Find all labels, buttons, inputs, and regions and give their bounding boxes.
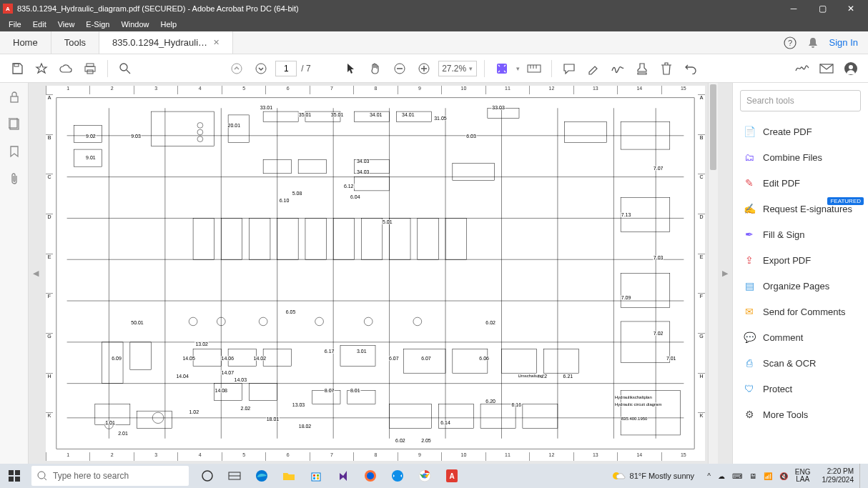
bookmark-icon[interactable]: [7, 144, 21, 159]
attachment-icon[interactable]: [7, 171, 21, 186]
page-input[interactable]: [275, 61, 297, 76]
tool-send-for-comments[interactable]: ✉Send for Comments: [733, 299, 868, 324]
thumbnails-icon[interactable]: [7, 117, 21, 131]
close-button[interactable]: ✕: [837, 0, 865, 17]
help-icon[interactable]: ?: [784, 36, 797, 49]
fit-page-icon[interactable]: [492, 59, 512, 79]
ruler-icon[interactable]: [524, 59, 544, 79]
menu-help[interactable]: Help: [155, 20, 183, 29]
svg-rect-73: [621, 274, 670, 308]
menu-file[interactable]: File: [3, 20, 27, 29]
tab-home[interactable]: Home: [0, 31, 51, 54]
menu-window[interactable]: Window: [115, 20, 154, 29]
tool-request-e-signatures[interactable]: ✍Request E-signaturesFEATURED: [733, 196, 868, 221]
svg-rect-84: [543, 349, 578, 373]
app-store[interactable]: [303, 464, 329, 488]
tool-organize-pages[interactable]: ▤Organize Pages: [733, 273, 868, 299]
pointer-icon[interactable]: [341, 59, 361, 79]
show-desktop-button[interactable]: [859, 464, 868, 488]
menu-view[interactable]: View: [52, 20, 81, 29]
app-firefox[interactable]: [357, 464, 383, 488]
stamp-icon[interactable]: [632, 59, 652, 79]
minimize-button[interactable]: ─: [779, 0, 808, 17]
sign-icon[interactable]: [608, 59, 628, 79]
tray-wifi-icon[interactable]: 📶: [764, 472, 772, 480]
taskbar-search[interactable]: Type here to search: [31, 466, 189, 486]
tab-document-label: 835.0.1294_Hydrauli…: [112, 37, 207, 48]
tray-keyboard-icon[interactable]: ⌨: [732, 472, 742, 480]
star-icon[interactable]: [31, 59, 51, 79]
page-down-icon[interactable]: [251, 59, 271, 79]
tab-tools[interactable]: Tools: [51, 31, 99, 54]
app-edge[interactable]: [249, 464, 275, 488]
tab-document[interactable]: 835.0.1294_Hydrauli… ✕: [99, 31, 233, 54]
right-tools-panel: Search tools 📄Create PDF🗂Combine Files✎E…: [732, 83, 868, 464]
tool-icon: ⇪: [743, 254, 756, 267]
weather-widget[interactable]: 81°F Mostly sunny: [604, 469, 702, 483]
search-tools-input[interactable]: Search tools: [740, 90, 861, 111]
lock-icon[interactable]: [7, 90, 21, 104]
bell-icon[interactable]: [807, 36, 819, 49]
profile-icon[interactable]: [841, 59, 861, 79]
next-page-arrow[interactable]: ▶: [718, 83, 732, 464]
app-cortana[interactable]: [194, 464, 220, 488]
vertical-scrollbar[interactable]: [708, 83, 718, 464]
taskbar-clock[interactable]: 2:20 PM 1/29/2024: [817, 467, 860, 484]
tool-export-pdf[interactable]: ⇪Export PDF: [733, 247, 868, 273]
find-icon[interactable]: [115, 59, 135, 79]
menu-esign[interactable]: E-Sign: [80, 20, 115, 29]
highlight-icon[interactable]: [583, 59, 603, 79]
tab-close-icon[interactable]: ✕: [213, 38, 220, 47]
maximize-button[interactable]: ▢: [808, 0, 837, 17]
cloud-icon[interactable]: [56, 59, 76, 79]
document-page[interactable]: 123456789101112131415 123456789101112131…: [46, 86, 705, 461]
menu-edit[interactable]: Edit: [27, 20, 52, 29]
chevron-down-icon[interactable]: ▾: [516, 65, 520, 72]
trash-icon[interactable]: [656, 59, 676, 79]
start-button[interactable]: [0, 464, 29, 488]
tool-combine-files[interactable]: 🗂Combine Files: [733, 144, 868, 170]
app-vs[interactable]: [330, 464, 356, 488]
prev-page-arrow[interactable]: ◀: [29, 83, 43, 464]
svg-point-6: [120, 64, 127, 71]
hand-icon[interactable]: [365, 59, 385, 79]
left-rail: [0, 83, 29, 464]
signin-link[interactable]: Sign In: [829, 37, 858, 48]
tool-comment[interactable]: 💬Comment: [733, 324, 868, 350]
app-taskview[interactable]: [222, 464, 247, 488]
tool-icon: ✉: [743, 305, 756, 318]
tool-more-tools[interactable]: ⚙More Tools: [733, 402, 868, 427]
svg-point-22: [849, 65, 853, 69]
save-icon[interactable]: [7, 59, 27, 79]
tool-protect[interactable]: 🛡Protect: [733, 376, 868, 402]
undo-icon[interactable]: [681, 59, 701, 79]
page-up-icon[interactable]: [227, 59, 247, 79]
tray-chevron-icon[interactable]: ^: [707, 472, 711, 480]
signature-icon[interactable]: [792, 59, 812, 79]
mail-icon[interactable]: [817, 59, 837, 79]
tool-edit-pdf[interactable]: ✎Edit PDF: [733, 170, 868, 196]
tool-fill-sign[interactable]: ✒Fill & Sign: [733, 221, 868, 247]
diagram-label: 7.01: [666, 356, 677, 361]
print-icon[interactable]: [80, 59, 100, 79]
tray-display-icon[interactable]: 🖥: [749, 472, 756, 480]
hydraulic-diagram: 9.02 9.03 9.01 20.01 33.01 35.01 35.01 3…: [53, 94, 698, 452]
window-titlebar: A 835.0.1294_Hydraulic_diagram.pdf (SECU…: [0, 0, 868, 17]
diagram-label: 6.14: [440, 420, 451, 425]
zoom-out-icon[interactable]: [390, 59, 410, 79]
diagram-label: 7.13: [621, 212, 632, 217]
zoom-in-icon[interactable]: [414, 59, 434, 79]
tool-scan-ocr[interactable]: ⎙Scan & OCR: [733, 350, 868, 376]
zoom-display[interactable]: 27.2%▾: [438, 61, 477, 76]
svg-rect-121: [317, 477, 319, 479]
app-teamviewer[interactable]: [385, 464, 410, 488]
diagram-label: 9.01: [85, 155, 97, 160]
tray-volume-icon[interactable]: 🔇: [779, 472, 788, 480]
app-chrome[interactable]: [412, 464, 438, 488]
tool-create-pdf[interactable]: 📄Create PDF: [733, 119, 868, 144]
comment-icon[interactable]: [559, 59, 579, 79]
scrollbar-thumb[interactable]: [710, 84, 716, 170]
app-explorer[interactable]: [276, 464, 302, 488]
app-acrobat[interactable]: A: [439, 464, 465, 488]
tray-onedrive-icon[interactable]: ☁: [718, 472, 725, 480]
